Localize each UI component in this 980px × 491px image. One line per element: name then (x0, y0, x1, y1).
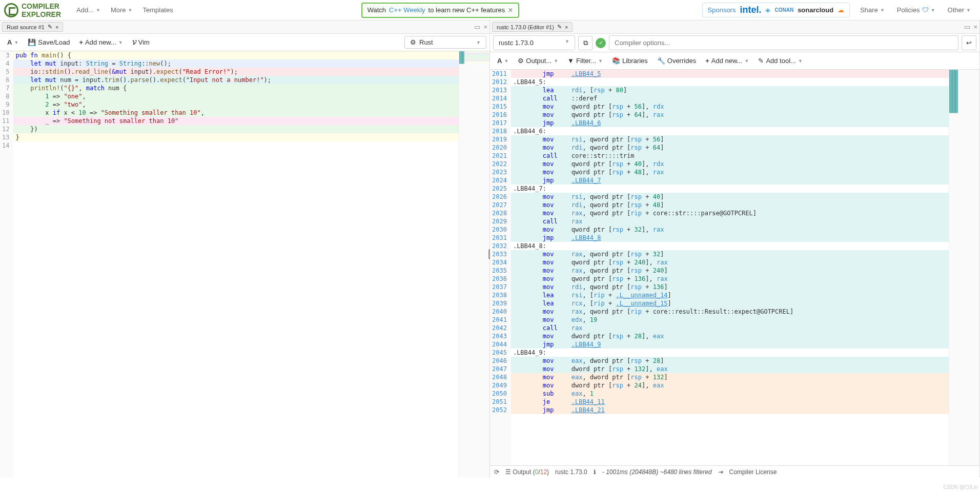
main-split: Rust source #1 ✎ × ▭ × A▼ 💾Save/Load +Ad… (0, 21, 980, 478)
font-button[interactable]: A▼ (3, 36, 23, 48)
addnew-button[interactable]: +Add new...▼ (75, 36, 127, 48)
close-icon[interactable]: × (483, 23, 487, 31)
banner-pre: Watch (368, 6, 386, 14)
edit-icon[interactable]: ✎ (557, 24, 562, 30)
chevron-down-icon: ▼ (598, 58, 603, 64)
sponsor-sonarcloud: sonarcloud (798, 6, 833, 14)
save-icon: 💾 (28, 38, 36, 46)
line-gutter: 34567891011121314 (0, 51, 13, 478)
compiler-pane: rustc 1.73.0 (Editor #1) ✎ × ▭ × rustc 1… (490, 21, 980, 478)
chevron-down-icon: ▼ (565, 39, 569, 44)
source-editor[interactable]: 34567891011121314 pub fn main() { let mu… (0, 51, 489, 478)
close-icon[interactable]: × (508, 6, 513, 15)
compiler-options-input[interactable] (609, 35, 958, 50)
nav-share[interactable]: Share▼ (855, 3, 890, 17)
nav-add[interactable]: Add...▼ (71, 3, 106, 17)
code-area[interactable]: pub fn main() { let mut input: String = … (13, 51, 459, 478)
compiler-select-row: rustc 1.73.0 ▼ ⧉ ✓ ↩ (490, 34, 979, 52)
filter-button[interactable]: ▼Filter...▼ (563, 55, 607, 67)
code-area[interactable]: jmp.LBB44_5.LBB44_5: leardi, [rsp + 80] … (511, 70, 949, 465)
output-button[interactable]: ⚙Output...▼ (514, 55, 562, 67)
libraries-button[interactable]: 📚Libraries (608, 55, 652, 67)
nav-other[interactable]: Other▼ (943, 3, 976, 17)
line-gutter: 2011201220132014201520162017201820192020… (490, 70, 511, 465)
sponsors-label: Sponsors (708, 6, 736, 14)
language-select[interactable]: ⚙ Rust ▼ (404, 36, 486, 49)
wrench-icon: 🔧 (657, 57, 665, 65)
compiler-license[interactable]: Compiler License (729, 468, 777, 476)
chevron-down-icon: ▼ (744, 58, 749, 64)
chevron-down-icon: ▼ (554, 58, 558, 64)
chevron-down-icon: ▼ (96, 8, 100, 13)
vim-button[interactable]: 𝓥Vim (128, 36, 154, 49)
status-timing: - 1001ms (204848B) ~6480 lines filtered (602, 468, 712, 476)
chevron-down-icon: ▼ (14, 40, 18, 45)
banner: Watch C++ Weekly to learn new C++ featur… (361, 3, 519, 18)
minimap[interactable]: ████████████████████████████████████████… (949, 70, 979, 465)
close-icon[interactable]: × (973, 23, 977, 31)
rust-icon: ⚙ (410, 38, 416, 46)
minimap[interactable]: ████████████████████████████████████████… (459, 51, 489, 478)
chevron-down-icon: ▼ (798, 58, 803, 64)
info-icon[interactable]: ℹ (594, 468, 596, 476)
chevron-down-icon: ▼ (966, 8, 971, 13)
asm-editor[interactable]: 2011201220132014201520162017201820192020… (490, 70, 979, 478)
compiler-select[interactable]: rustc 1.73.0 ▼ (493, 35, 575, 50)
gear-icon: ⚙ (518, 57, 524, 65)
nav-more[interactable]: More▼ (106, 3, 138, 17)
logo-icon (4, 3, 18, 17)
tab-label: Rust source #1 (7, 24, 45, 30)
sponsors-box[interactable]: Sponsors intel. ◈ CONAN sonarcloud ☁ (702, 3, 850, 17)
font-button[interactable]: A▼ (493, 55, 513, 67)
compiler-tabs: rustc 1.73.0 (Editor #1) ✎ × ▭ × (490, 21, 979, 34)
funnel-icon: ▼ (567, 57, 574, 65)
addtool-button[interactable]: ✎Add tool...▼ (754, 55, 806, 67)
banner-post: to learn new C++ features (428, 6, 505, 14)
edit-icon[interactable]: ✎ (48, 24, 52, 30)
nav-templates[interactable]: Templates (137, 3, 178, 17)
maximize-icon[interactable]: ▭ (964, 23, 970, 31)
compiler-toolbar: A▼ ⚙Output...▼ ▼Filter...▼ 📚Libraries 🔧O… (490, 52, 979, 70)
indent-icon[interactable]: ⇥ (718, 468, 723, 476)
status-bar: ⟳ ☰ Output (0/12) rustc 1.73.0 ℹ - 1001m… (490, 465, 979, 478)
banner-link[interactable]: C++ Weekly (389, 6, 425, 14)
cube-icon: ◈ (765, 6, 770, 14)
top-nav: COMPILER EXPLORER Add...▼ More▼ Template… (0, 0, 980, 21)
source-pane: Rust source #1 ✎ × ▭ × A▼ 💾Save/Load +Ad… (0, 21, 490, 478)
chevron-down-icon: ▼ (128, 8, 133, 13)
close-icon[interactable]: × (55, 24, 58, 30)
sponsor-intel: intel. (740, 5, 761, 15)
addnew-button[interactable]: +Add new...▼ (701, 55, 753, 67)
tab-label: rustc 1.73.0 (Editor #1) (497, 24, 554, 30)
refresh-icon[interactable]: ⟳ (494, 468, 499, 476)
status-ok-icon[interactable]: ✓ (596, 38, 606, 48)
source-tabs: Rust source #1 ✎ × ▭ × (0, 21, 489, 34)
sponsor-conan: CONAN (774, 7, 793, 13)
chevron-down-icon: ▼ (118, 40, 123, 45)
close-icon[interactable]: × (565, 24, 568, 30)
tab-compiler[interactable]: rustc 1.73.0 (Editor #1) ✎ × (492, 22, 573, 32)
tab-source[interactable]: Rust source #1 ✎ × (2, 22, 63, 32)
status-compiler: rustc 1.73.0 (555, 468, 587, 476)
chevron-down-icon: ▼ (476, 40, 481, 45)
logo-text-bottom: EXPLORER (22, 10, 61, 18)
overrides-button[interactable]: 🔧Overrides (653, 55, 700, 67)
popout-icon[interactable]: ⧉ (578, 36, 593, 50)
chevron-down-icon: ▼ (504, 58, 508, 64)
wrap-button[interactable]: ↩ (962, 35, 976, 50)
logo-text-top: COMPILER (22, 2, 61, 10)
nav-policies[interactable]: Policies🛡▼ (892, 3, 941, 17)
book-icon: 📚 (612, 57, 620, 65)
source-toolbar: A▼ 💾Save/Load +Add new...▼ 𝓥Vim ⚙ Rust ▼ (0, 34, 489, 51)
chevron-down-icon: ▼ (931, 8, 935, 13)
pencil-icon: ✎ (758, 57, 764, 65)
output-toggle[interactable]: ☰ Output (0/12) (505, 468, 549, 476)
saveload-button[interactable]: 💾Save/Load (24, 36, 74, 48)
shield-icon: 🛡 (922, 6, 929, 14)
list-icon: ☰ (505, 468, 511, 476)
chevron-down-icon: ▼ (880, 8, 885, 13)
logo[interactable]: COMPILER EXPLORER (4, 2, 61, 18)
language-label: Rust (419, 38, 433, 46)
maximize-icon[interactable]: ▭ (474, 23, 480, 31)
cloud-icon: ☁ (838, 6, 844, 14)
